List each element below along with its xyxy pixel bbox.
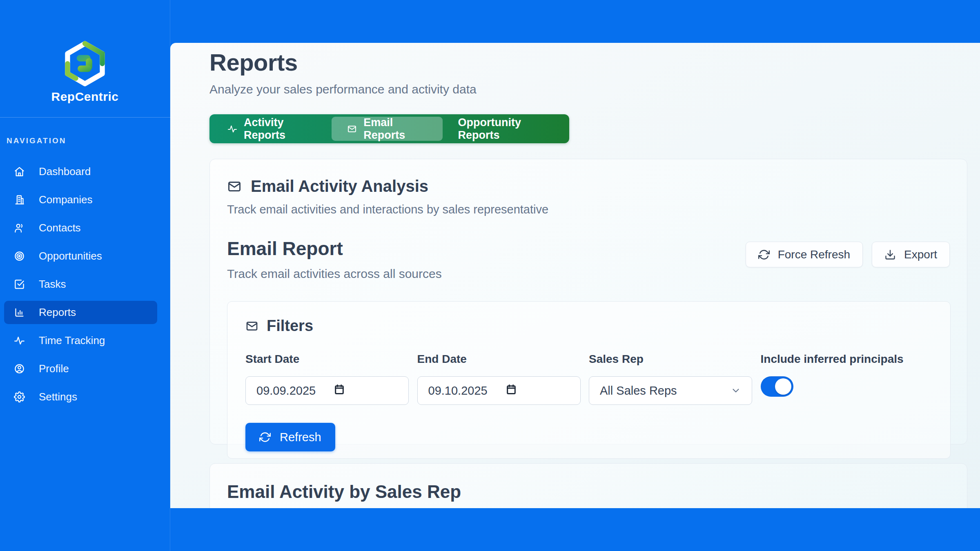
- mail-icon: [347, 123, 357, 135]
- sidebar-item-label: Profile: [39, 362, 69, 375]
- chevron-down-icon: [731, 385, 741, 396]
- sidebar: RepCentric NAVIGATION Dashboard Companie…: [0, 0, 170, 551]
- report-tabs: Activity Reports Email Reports Opportuni…: [209, 114, 569, 143]
- filters-header: Filters: [245, 317, 932, 335]
- check-square-icon: [14, 279, 25, 290]
- summary-title: Email Activity by Sales Rep: [227, 482, 950, 502]
- refresh-icon: [758, 249, 770, 260]
- sidebar-item-label: Opportunities: [39, 250, 102, 262]
- report-title: Email Report: [227, 238, 442, 260]
- end-date-field: End Date 09.10.2025: [417, 353, 589, 405]
- export-button[interactable]: Export: [872, 242, 950, 267]
- calendar-icon[interactable]: [334, 384, 345, 398]
- email-activity-by-rep-card: Email Activity by Sales Rep Summary of e…: [209, 463, 967, 508]
- report-actions: Force Refresh Export: [746, 242, 950, 267]
- sidebar-item-label: Tasks: [39, 278, 66, 291]
- start-date-input[interactable]: 09.09.2025: [245, 376, 409, 405]
- sidebar-item-label: Settings: [39, 391, 77, 403]
- refresh-label: Refresh: [280, 431, 321, 444]
- repcentric-logo-icon: [62, 41, 108, 87]
- end-date-input[interactable]: 09.10.2025: [417, 376, 581, 405]
- report-subtitle: Track email activities across all source…: [227, 267, 442, 281]
- brand-logo-block: RepCentric: [0, 0, 170, 104]
- toggle-knob: [775, 378, 791, 395]
- tab-activity-reports[interactable]: Activity Reports: [212, 117, 332, 141]
- include-inferred-field: Include inferred principals: [761, 353, 933, 405]
- email-report-heading: Email Report Track email activities acro…: [227, 238, 442, 281]
- sales-rep-label: Sales Rep: [589, 353, 761, 366]
- sidebar-item-time-tracking[interactable]: Time Tracking: [4, 329, 157, 352]
- calendar-icon[interactable]: [506, 384, 517, 398]
- start-date-field: Start Date 09.09.2025: [245, 353, 417, 405]
- nav-list: Dashboard Companies Contacts Opportuniti…: [4, 160, 157, 413]
- sidebar-item-settings[interactable]: Settings: [4, 385, 157, 409]
- activity-icon: [14, 335, 25, 346]
- start-date-label: Start Date: [245, 353, 417, 366]
- page-subtitle: Analyze your sales performance and activ…: [209, 82, 980, 96]
- email-analysis-header: Email Activity Analysis: [227, 177, 950, 196]
- mail-icon: [245, 320, 258, 333]
- filters-card: Filters Start Date 09.09.2025 End Dat: [227, 301, 951, 459]
- sales-rep-select[interactable]: All Sales Reps: [589, 376, 752, 405]
- sidebar-item-label: Companies: [39, 193, 93, 206]
- sidebar-item-tasks[interactable]: Tasks: [4, 273, 157, 296]
- target-icon: [14, 251, 25, 262]
- mail-icon: [227, 179, 242, 194]
- filters-title: Filters: [267, 317, 313, 335]
- section-title: Email Activity Analysis: [251, 177, 428, 196]
- end-date-label: End Date: [417, 353, 589, 366]
- home-icon: [14, 166, 25, 177]
- sidebar-item-label: Time Tracking: [39, 334, 105, 347]
- end-date-value: 09.10.2025: [428, 384, 488, 398]
- activity-icon: [227, 123, 237, 135]
- tab-label: Opportunity Reports: [458, 116, 551, 142]
- sidebar-item-opportunities[interactable]: Opportunities: [4, 244, 157, 268]
- force-refresh-label: Force Refresh: [778, 248, 850, 261]
- main-content: Reports Analyze your sales performance a…: [170, 43, 980, 508]
- start-date-value: 09.09.2025: [256, 384, 316, 398]
- email-activity-analysis-card: Email Activity Analysis Track email acti…: [209, 159, 967, 444]
- export-label: Export: [904, 248, 937, 261]
- nav-section-label: NAVIGATION: [7, 136, 66, 145]
- bar-chart-icon: [14, 307, 25, 318]
- section-subtitle: Track email activities and interactions …: [227, 203, 950, 216]
- download-icon: [884, 249, 896, 260]
- sidebar-item-reports[interactable]: Reports: [4, 301, 157, 324]
- building-icon: [14, 194, 25, 205]
- sales-rep-value: All Sales Reps: [600, 384, 677, 398]
- page-title: Reports: [209, 49, 980, 76]
- tab-email-reports[interactable]: Email Reports: [332, 117, 442, 141]
- sidebar-divider: [0, 117, 170, 118]
- include-inferred-label: Include inferred principals: [761, 353, 933, 366]
- tab-label: Activity Reports: [244, 116, 316, 142]
- refresh-icon: [259, 431, 271, 443]
- sidebar-item-label: Contacts: [39, 222, 81, 234]
- tab-opportunity-reports[interactable]: Opportunity Reports: [443, 117, 567, 141]
- sidebar-item-label: Dashboard: [39, 165, 91, 178]
- gear-icon: [14, 391, 25, 402]
- users-icon: [14, 222, 25, 233]
- sidebar-item-label: Reports: [39, 306, 76, 319]
- refresh-button[interactable]: Refresh: [245, 423, 335, 451]
- sidebar-item-companies[interactable]: Companies: [4, 188, 157, 211]
- sidebar-item-dashboard[interactable]: Dashboard: [4, 160, 157, 183]
- sidebar-item-profile[interactable]: Profile: [4, 357, 157, 380]
- sidebar-item-contacts[interactable]: Contacts: [4, 216, 157, 240]
- sales-rep-field: Sales Rep All Sales Reps: [589, 353, 761, 405]
- tab-label: Email Reports: [363, 116, 427, 142]
- brand-name: RepCentric: [0, 90, 170, 104]
- force-refresh-button[interactable]: Force Refresh: [746, 242, 863, 267]
- user-circle-icon: [14, 363, 25, 374]
- include-inferred-toggle[interactable]: [761, 376, 793, 397]
